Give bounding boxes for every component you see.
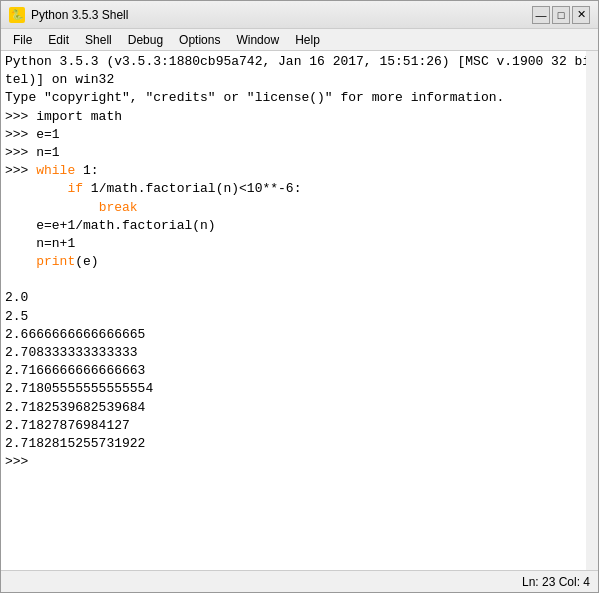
- main-window: 🐍 Python 3.5.3 Shell — □ ✕ File Edit She…: [0, 0, 599, 593]
- code-if: if 1/math.factorial(n)<10**-6:: [5, 180, 582, 198]
- code-e-update: e=e+1/math.factorial(n): [5, 217, 582, 235]
- break-keyword: break: [99, 200, 138, 215]
- menu-debug[interactable]: Debug: [120, 31, 171, 49]
- code-n-update: n=n+1: [5, 235, 582, 253]
- output-1: 2.0: [5, 289, 582, 307]
- menu-file[interactable]: File: [5, 31, 40, 49]
- output-6: 2.71805555555555554: [5, 380, 582, 398]
- close-button[interactable]: ✕: [572, 6, 590, 24]
- status-bar: Ln: 23 Col: 4: [1, 570, 598, 592]
- prompt-e1: >>> e=1: [5, 126, 582, 144]
- code-break: break: [5, 199, 582, 217]
- maximize-button[interactable]: □: [552, 6, 570, 24]
- menu-options[interactable]: Options: [171, 31, 228, 49]
- window-title: Python 3.5.3 Shell: [31, 8, 532, 22]
- output-2: 2.5: [5, 308, 582, 326]
- menu-edit[interactable]: Edit: [40, 31, 77, 49]
- if-keyword: if: [67, 181, 83, 196]
- while-keyword: while: [36, 163, 75, 178]
- prompt-while: >>> while 1:: [5, 162, 582, 180]
- while-rest: 1:: [75, 163, 98, 178]
- blank-line-1: [5, 271, 582, 289]
- output-3: 2.6666666666666665: [5, 326, 582, 344]
- menu-shell[interactable]: Shell: [77, 31, 120, 49]
- minimize-button[interactable]: —: [532, 6, 550, 24]
- app-icon: 🐍: [9, 7, 25, 23]
- print-keyword: print: [36, 254, 75, 269]
- cursor-position: Ln: 23 Col: 4: [522, 575, 590, 589]
- title-bar: 🐍 Python 3.5.3 Shell — □ ✕: [1, 1, 598, 29]
- output-8: 2.71827876984127: [5, 417, 582, 435]
- menu-bar: File Edit Shell Debug Options Window Hel…: [1, 29, 598, 51]
- header-line-1: Python 3.5.3 (v3.5.3:1880cb95a742, Jan 1…: [5, 53, 582, 71]
- prompt-symbol: >>>: [5, 163, 36, 178]
- output-9: 2.7182815255731922: [5, 435, 582, 453]
- header-line-2: tel)] on win32: [5, 71, 582, 89]
- prompt-n1: >>> n=1: [5, 144, 582, 162]
- code-print: print(e): [5, 253, 582, 271]
- prompt-import: >>> import math: [5, 108, 582, 126]
- menu-window[interactable]: Window: [228, 31, 287, 49]
- output-5: 2.7166666666666663: [5, 362, 582, 380]
- header-line-3: Type "copyright", "credits" or "license(…: [5, 89, 582, 107]
- window-controls: — □ ✕: [532, 6, 590, 24]
- final-prompt: >>>: [5, 453, 582, 471]
- shell-output[interactable]: Python 3.5.3 (v3.5.3:1880cb95a742, Jan 1…: [1, 51, 598, 570]
- menu-help[interactable]: Help: [287, 31, 328, 49]
- output-7: 2.7182539682539684: [5, 399, 582, 417]
- output-4: 2.708333333333333: [5, 344, 582, 362]
